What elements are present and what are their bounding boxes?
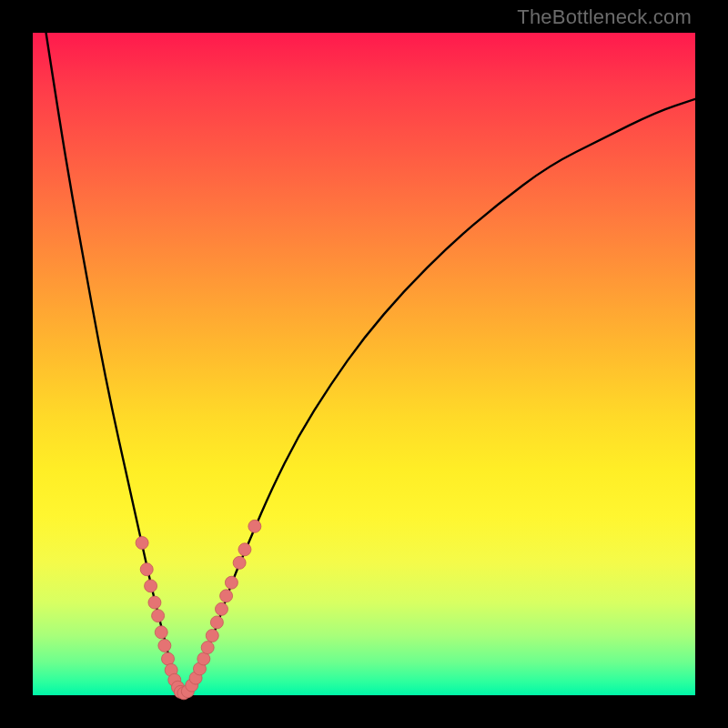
scatter-point: [197, 652, 210, 665]
scatter-point: [148, 596, 161, 609]
scatter-point: [215, 602, 228, 615]
scatter-point: [210, 616, 223, 629]
scatter-point: [225, 576, 238, 589]
watermark-text: TheBottleneck.com: [517, 5, 692, 29]
plot-area: [33, 33, 695, 695]
scatter-point: [140, 563, 153, 576]
scatter-point: [248, 520, 261, 532]
bottleneck-curve: [46, 33, 695, 693]
scatter-point: [136, 537, 148, 550]
scatter-points: [136, 520, 261, 699]
scatter-point: [233, 556, 246, 569]
scatter-point: [162, 652, 175, 665]
scatter-point: [152, 610, 165, 622]
scatter-point: [158, 639, 171, 652]
chart-stage: TheBottleneck.com: [0, 0, 728, 728]
scatter-point: [145, 580, 157, 592]
scatter-point: [155, 626, 167, 639]
chart-svg: [33, 33, 695, 695]
scatter-point: [206, 629, 218, 642]
scatter-point: [238, 543, 251, 556]
scatter-point: [220, 590, 233, 602]
scatter-point: [201, 642, 214, 654]
